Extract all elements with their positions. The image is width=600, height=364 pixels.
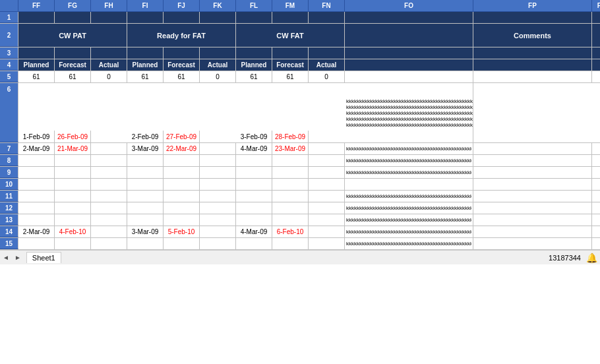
- cell-10-fg: [55, 179, 91, 190]
- row-2: 2 CW PAT Ready for FAT CW FAT Comments: [0, 24, 600, 47]
- kk-line-3: kkkkkkkkkkkkkkkkkkkkkkkkkkkkkkkkkkkkkkkk…: [346, 110, 473, 116]
- cell-15-fg: [55, 238, 91, 249]
- kk-r8: kkkkkkkkkkkkkkkkkkkkkkkkkkkkkkkkkkkkkkkk…: [346, 158, 471, 164]
- cell-10-fp: [473, 179, 592, 190]
- cell-15-fn: [309, 238, 345, 249]
- col-header-fj: FJ: [164, 0, 200, 11]
- cell-2-fo: [345, 24, 473, 47]
- cell-3-fo: [345, 47, 473, 59]
- cell-13-fl: [236, 214, 272, 226]
- row-15: 15 kkkkkkkkkkkkkkkkkkkkkkkkkkkkkkkkkkkkk…: [0, 238, 600, 250]
- cell-3-fg: [55, 47, 91, 59]
- row-num-5: 5: [0, 71, 18, 82]
- cell-7-fq: [592, 143, 600, 154]
- row-num-col-header: [0, 0, 18, 11]
- cell-11-fo: kkkkkkkkkkkkkkkkkkkkkkkkkkkkkkkkkkkkkkkk…: [345, 191, 473, 202]
- cell-8-fm: [272, 155, 309, 166]
- cell-10-fk: [200, 179, 236, 190]
- cell-11-fh: [91, 191, 127, 202]
- cell-13-ff: [18, 214, 55, 226]
- cell-11-fl: [236, 191, 272, 202]
- row-9: 9 kkkkkkkkkkkkkkkkkkkkkkkkkkkkkkkkkkkkkk…: [0, 167, 600, 179]
- cell-9-fg: [55, 167, 91, 178]
- cell-5-fh: 0: [91, 71, 127, 82]
- cell-1-fm: [272, 12, 309, 23]
- cell-3-fl: [236, 47, 272, 59]
- cell-1-ff: [18, 12, 55, 23]
- cell-15-ff: [18, 238, 55, 249]
- cell-10-ff: [18, 179, 55, 190]
- sheet-nav-prev[interactable]: ◄: [3, 254, 9, 261]
- cell-6-fi: 2-Feb-09: [127, 131, 164, 142]
- cell-6-fo: kkkkkkkkkkkkkkkkkkkkkkkkkkkkkkkkkkkkkkkk…: [345, 83, 473, 142]
- cell-7-fm: 23-Mar-09: [272, 143, 309, 154]
- cell-7-fg: 21-Mar-09: [55, 143, 91, 154]
- cell-8-fj: [164, 155, 200, 166]
- row-num-7: 7: [0, 143, 18, 154]
- kk-r7: kkkkkkkkkkkkkkkkkkkkkkkkkkkkkkkkkkkkkkkk…: [346, 146, 471, 152]
- cell-13-fi: [127, 214, 164, 226]
- cell-12-fk: [200, 202, 236, 214]
- cell-13-fo: kkkkkkkkkkkkkkkkkkkkkkkkkkkkkkkkkkkkkkkk…: [345, 214, 473, 226]
- cell-9-fl: [236, 167, 272, 178]
- row-num-1: 1: [0, 12, 18, 23]
- cell-4-fo: [345, 59, 473, 71]
- cell-8-fq: [592, 155, 600, 166]
- cell-4-fk-actual: Actual: [200, 59, 236, 71]
- sheet-nav-next[interactable]: ►: [15, 254, 21, 261]
- cell-8-fp: [473, 155, 592, 166]
- cell-11-fi: [127, 191, 164, 202]
- cell-5-fk: 0: [200, 71, 236, 82]
- cell-9-ff: [18, 167, 55, 178]
- cell-4-fi-planned: Planned: [127, 59, 164, 71]
- column-headers: FF FG FH FI FJ FK FL FM FN FO FP FU: [0, 0, 600, 12]
- row-12: 12 kkkkkkkkkkkkkkkkkkkkkkkkkkkkkkkkkkkkk…: [0, 202, 600, 214]
- cell-1-fh: [91, 12, 127, 23]
- row-num-11: 11: [0, 191, 18, 202]
- kk-line-1: kkkkkkkkkkkkkkkkkkkkkkkkkkkkkkkkkkkkkkkk…: [346, 98, 473, 104]
- cell-5-ff: 61: [18, 71, 55, 82]
- cell-5-fn: 0: [309, 71, 345, 82]
- cell-3-fn: [309, 47, 345, 59]
- cell-5-fg: 61: [55, 71, 91, 82]
- cell-8-fi: [127, 155, 164, 166]
- cell-2-fq: [592, 24, 600, 47]
- cell-15-fj: [164, 238, 200, 249]
- cell-14-fq: [592, 226, 600, 237]
- cell-11-fg: [55, 191, 91, 202]
- cell-9-fn: [309, 167, 345, 178]
- cell-8-fl: [236, 155, 272, 166]
- sheet-tab-1[interactable]: Sheet1: [26, 252, 61, 263]
- row-5: 5 61 61 0 61 61 0 61 61 0: [0, 71, 600, 83]
- cell-15-fm: [272, 238, 309, 249]
- cell-1-fk: [200, 12, 236, 23]
- cell-3-ff: [18, 47, 55, 59]
- kk-r13: kkkkkkkkkkkkkkkkkkkkkkkkkkkkkkkkkkkkkkkk…: [346, 217, 471, 223]
- cell-7-fi: 3-Mar-09: [127, 143, 164, 154]
- cell-1-fi: [127, 12, 164, 23]
- row-3: 3: [0, 47, 600, 59]
- row-14: 14 2-Mar-09 4-Feb-10 3-Mar-09 5-Feb-10 4…: [0, 226, 600, 238]
- row-num-12: 12: [0, 202, 18, 214]
- kk-r14: kkkkkkkkkkkkkkkkkkkkkkkkkkkkkkkkkkkkkkkk…: [346, 229, 471, 235]
- cell-15-fp: [473, 238, 592, 249]
- cell-15-fh: [91, 238, 127, 249]
- cell-6-fj: 27-Feb-09: [164, 131, 200, 142]
- kk-r9: kkkkkkkkkkkkkkkkkkkkkkkkkkkkkkkkkkkkkkkk…: [346, 169, 471, 175]
- cell-3-fm: [272, 47, 309, 59]
- cell-9-fh: [91, 167, 127, 178]
- cell-10-fi: [127, 179, 164, 190]
- cell-8-ff: [18, 155, 55, 166]
- cell-6-fm: 28-Feb-09: [272, 131, 309, 142]
- cell-6-ff: 1-Feb-09: [18, 131, 55, 142]
- col-header-fq: FU: [592, 0, 600, 11]
- cell-3-fi: [127, 47, 164, 59]
- cell-11-fj: [164, 191, 200, 202]
- cell-14-fl: 4-Mar-09: [236, 226, 272, 237]
- spreadsheet: FF FG FH FI FJ FK FL FM FN FO FP FU 1 2 …: [0, 0, 600, 364]
- cell-9-fm: [272, 167, 309, 178]
- cell-7-fl: 4-Mar-09: [236, 143, 272, 154]
- cell-3-fp: [473, 47, 592, 59]
- cell-9-fq: [592, 167, 600, 178]
- cell-7-fp: [473, 143, 592, 154]
